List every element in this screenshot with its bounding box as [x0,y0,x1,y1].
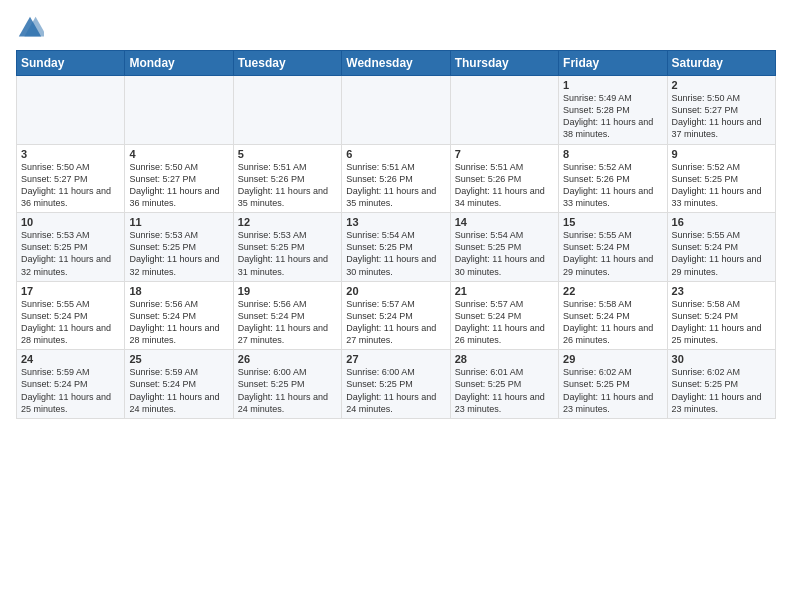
day-number: 7 [455,148,554,160]
day-info: Sunrise: 5:57 AM Sunset: 5:24 PM Dayligh… [346,298,445,347]
calendar-cell: 15Sunrise: 5:55 AM Sunset: 5:24 PM Dayli… [559,213,667,282]
day-info: Sunrise: 5:51 AM Sunset: 5:26 PM Dayligh… [346,161,445,210]
calendar-cell: 22Sunrise: 5:58 AM Sunset: 5:24 PM Dayli… [559,281,667,350]
day-number: 5 [238,148,337,160]
weekday-header-friday: Friday [559,51,667,76]
calendar-cell: 7Sunrise: 5:51 AM Sunset: 5:26 PM Daylig… [450,144,558,213]
day-number: 30 [672,353,771,365]
day-info: Sunrise: 5:55 AM Sunset: 5:24 PM Dayligh… [672,229,771,278]
day-number: 4 [129,148,228,160]
week-row-5: 24Sunrise: 5:59 AM Sunset: 5:24 PM Dayli… [17,350,776,419]
calendar-cell: 3Sunrise: 5:50 AM Sunset: 5:27 PM Daylig… [17,144,125,213]
day-info: Sunrise: 5:53 AM Sunset: 5:25 PM Dayligh… [129,229,228,278]
day-info: Sunrise: 5:54 AM Sunset: 5:25 PM Dayligh… [346,229,445,278]
day-info: Sunrise: 5:49 AM Sunset: 5:28 PM Dayligh… [563,92,662,141]
day-info: Sunrise: 5:50 AM Sunset: 5:27 PM Dayligh… [21,161,120,210]
day-number: 2 [672,79,771,91]
day-number: 21 [455,285,554,297]
day-number: 20 [346,285,445,297]
day-number: 28 [455,353,554,365]
day-info: Sunrise: 5:54 AM Sunset: 5:25 PM Dayligh… [455,229,554,278]
day-number: 8 [563,148,662,160]
day-number: 24 [21,353,120,365]
calendar-cell: 2Sunrise: 5:50 AM Sunset: 5:27 PM Daylig… [667,76,775,145]
logo-icon [16,14,44,42]
day-number: 16 [672,216,771,228]
calendar-cell: 29Sunrise: 6:02 AM Sunset: 5:25 PM Dayli… [559,350,667,419]
day-number: 25 [129,353,228,365]
calendar-cell: 13Sunrise: 5:54 AM Sunset: 5:25 PM Dayli… [342,213,450,282]
calendar-cell: 4Sunrise: 5:50 AM Sunset: 5:27 PM Daylig… [125,144,233,213]
day-info: Sunrise: 5:50 AM Sunset: 5:27 PM Dayligh… [129,161,228,210]
week-row-3: 10Sunrise: 5:53 AM Sunset: 5:25 PM Dayli… [17,213,776,282]
day-info: Sunrise: 6:00 AM Sunset: 5:25 PM Dayligh… [238,366,337,415]
day-number: 3 [21,148,120,160]
calendar-cell: 26Sunrise: 6:00 AM Sunset: 5:25 PM Dayli… [233,350,341,419]
weekday-header-thursday: Thursday [450,51,558,76]
weekday-header-sunday: Sunday [17,51,125,76]
day-number: 27 [346,353,445,365]
day-info: Sunrise: 5:59 AM Sunset: 5:24 PM Dayligh… [21,366,120,415]
day-info: Sunrise: 5:58 AM Sunset: 5:24 PM Dayligh… [563,298,662,347]
calendar-cell: 30Sunrise: 6:02 AM Sunset: 5:25 PM Dayli… [667,350,775,419]
weekday-header-tuesday: Tuesday [233,51,341,76]
calendar-cell: 12Sunrise: 5:53 AM Sunset: 5:25 PM Dayli… [233,213,341,282]
day-info: Sunrise: 5:56 AM Sunset: 5:24 PM Dayligh… [238,298,337,347]
day-info: Sunrise: 6:01 AM Sunset: 5:25 PM Dayligh… [455,366,554,415]
day-number: 23 [672,285,771,297]
day-number: 18 [129,285,228,297]
day-number: 9 [672,148,771,160]
day-info: Sunrise: 5:50 AM Sunset: 5:27 PM Dayligh… [672,92,771,141]
weekday-header-monday: Monday [125,51,233,76]
day-number: 26 [238,353,337,365]
calendar-cell [233,76,341,145]
day-info: Sunrise: 5:58 AM Sunset: 5:24 PM Dayligh… [672,298,771,347]
logo [16,14,48,42]
calendar-cell: 14Sunrise: 5:54 AM Sunset: 5:25 PM Dayli… [450,213,558,282]
calendar-cell: 11Sunrise: 5:53 AM Sunset: 5:25 PM Dayli… [125,213,233,282]
calendar-cell: 19Sunrise: 5:56 AM Sunset: 5:24 PM Dayli… [233,281,341,350]
calendar-cell: 17Sunrise: 5:55 AM Sunset: 5:24 PM Dayli… [17,281,125,350]
day-info: Sunrise: 6:02 AM Sunset: 5:25 PM Dayligh… [563,366,662,415]
day-info: Sunrise: 5:53 AM Sunset: 5:25 PM Dayligh… [238,229,337,278]
calendar-cell: 6Sunrise: 5:51 AM Sunset: 5:26 PM Daylig… [342,144,450,213]
day-number: 13 [346,216,445,228]
day-info: Sunrise: 6:00 AM Sunset: 5:25 PM Dayligh… [346,366,445,415]
page: SundayMondayTuesdayWednesdayThursdayFrid… [0,0,792,435]
week-row-1: 1Sunrise: 5:49 AM Sunset: 5:28 PM Daylig… [17,76,776,145]
day-number: 1 [563,79,662,91]
week-row-4: 17Sunrise: 5:55 AM Sunset: 5:24 PM Dayli… [17,281,776,350]
calendar-cell: 5Sunrise: 5:51 AM Sunset: 5:26 PM Daylig… [233,144,341,213]
weekday-header-wednesday: Wednesday [342,51,450,76]
calendar-cell: 10Sunrise: 5:53 AM Sunset: 5:25 PM Dayli… [17,213,125,282]
header [16,10,776,42]
weekday-header-saturday: Saturday [667,51,775,76]
calendar-cell: 24Sunrise: 5:59 AM Sunset: 5:24 PM Dayli… [17,350,125,419]
day-number: 17 [21,285,120,297]
calendar-cell [17,76,125,145]
day-info: Sunrise: 5:52 AM Sunset: 5:26 PM Dayligh… [563,161,662,210]
calendar-cell: 8Sunrise: 5:52 AM Sunset: 5:26 PM Daylig… [559,144,667,213]
day-number: 10 [21,216,120,228]
calendar-cell: 23Sunrise: 5:58 AM Sunset: 5:24 PM Dayli… [667,281,775,350]
calendar-cell: 18Sunrise: 5:56 AM Sunset: 5:24 PM Dayli… [125,281,233,350]
weekday-header-row: SundayMondayTuesdayWednesdayThursdayFrid… [17,51,776,76]
day-info: Sunrise: 5:51 AM Sunset: 5:26 PM Dayligh… [238,161,337,210]
day-info: Sunrise: 5:55 AM Sunset: 5:24 PM Dayligh… [21,298,120,347]
day-info: Sunrise: 5:57 AM Sunset: 5:24 PM Dayligh… [455,298,554,347]
day-number: 29 [563,353,662,365]
day-number: 15 [563,216,662,228]
day-number: 19 [238,285,337,297]
calendar-cell: 28Sunrise: 6:01 AM Sunset: 5:25 PM Dayli… [450,350,558,419]
day-info: Sunrise: 5:51 AM Sunset: 5:26 PM Dayligh… [455,161,554,210]
day-number: 12 [238,216,337,228]
day-number: 11 [129,216,228,228]
calendar-cell: 21Sunrise: 5:57 AM Sunset: 5:24 PM Dayli… [450,281,558,350]
day-info: Sunrise: 5:53 AM Sunset: 5:25 PM Dayligh… [21,229,120,278]
day-info: Sunrise: 6:02 AM Sunset: 5:25 PM Dayligh… [672,366,771,415]
day-info: Sunrise: 5:55 AM Sunset: 5:24 PM Dayligh… [563,229,662,278]
calendar: SundayMondayTuesdayWednesdayThursdayFrid… [16,50,776,419]
day-info: Sunrise: 5:56 AM Sunset: 5:24 PM Dayligh… [129,298,228,347]
calendar-cell: 1Sunrise: 5:49 AM Sunset: 5:28 PM Daylig… [559,76,667,145]
day-info: Sunrise: 5:52 AM Sunset: 5:25 PM Dayligh… [672,161,771,210]
